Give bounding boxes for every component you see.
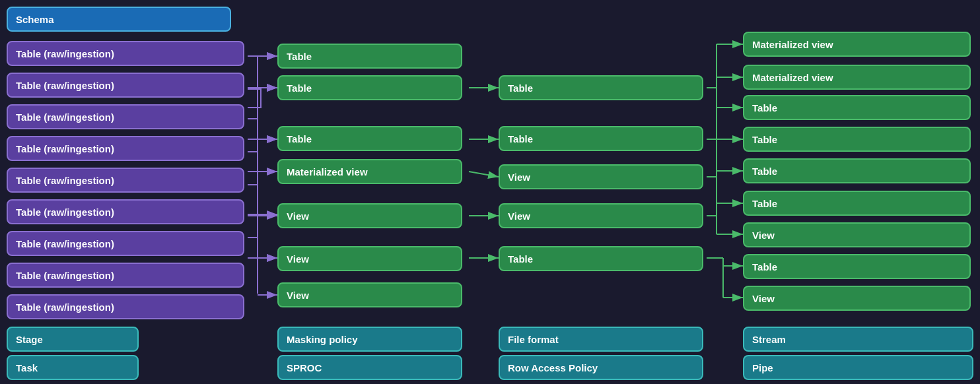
bottom-stage: Stage — [7, 327, 139, 352]
col3-node-0: Table — [499, 75, 703, 100]
raw-node-8: Table (raw/ingestion) — [7, 294, 244, 319]
col2-node-0: Table — [277, 44, 462, 69]
raw-node-5: Table (raw/ingestion) — [7, 199, 244, 224]
col4-node-7: Table — [743, 254, 971, 279]
bottom-pipe: Pipe — [743, 355, 973, 380]
col2-node-5: View — [277, 246, 462, 271]
svg-line-26 — [469, 172, 499, 177]
col4-node-3: Table — [743, 127, 971, 152]
schema-label: Schema — [16, 14, 54, 25]
bottom-stream: Stream — [743, 327, 973, 352]
col2-node-6: View — [277, 282, 462, 307]
col3-node-1: Table — [499, 126, 703, 151]
col4-node-5: Table — [743, 191, 971, 216]
raw-node-6: Table (raw/ingestion) — [7, 231, 244, 256]
col3-node-3: View — [499, 203, 703, 228]
raw-node-3: Table (raw/ingestion) — [7, 136, 244, 161]
col2-node-1: Table — [277, 75, 462, 100]
col2-node-4: View — [277, 203, 462, 228]
bottom-masking-policy: Masking policy — [277, 327, 462, 352]
raw-node-7: Table (raw/ingestion) — [7, 263, 244, 288]
bottom-task: Task — [7, 355, 139, 380]
schema-node: Schema — [7, 7, 231, 32]
col4-node-6: View — [743, 222, 971, 247]
col4-node-4: Table — [743, 158, 971, 183]
col4-node-0: Materialized view — [743, 32, 971, 57]
col4-node-1: Materialized view — [743, 65, 971, 90]
col2-node-2: Table — [277, 126, 462, 151]
raw-node-4: Table (raw/ingestion) — [7, 168, 244, 193]
raw-node-2: Table (raw/ingestion) — [7, 104, 244, 129]
col3-node-2: View — [499, 164, 703, 189]
raw-node-0: Table (raw/ingestion) — [7, 41, 244, 66]
bottom-sproc: SPROC — [277, 355, 462, 380]
bottom-row-access-policy: Row Access Policy — [499, 355, 703, 380]
bottom-file-format: File format — [499, 327, 703, 352]
col4-node-2: Table — [743, 95, 971, 120]
col2-node-3: Materialized view — [277, 159, 462, 184]
diagram-container: Schema Table (raw/ingestion) Table (raw/… — [0, 0, 980, 384]
raw-node-1: Table (raw/ingestion) — [7, 73, 244, 98]
col4-node-8: View — [743, 286, 971, 311]
col3-node-4: Table — [499, 246, 703, 271]
